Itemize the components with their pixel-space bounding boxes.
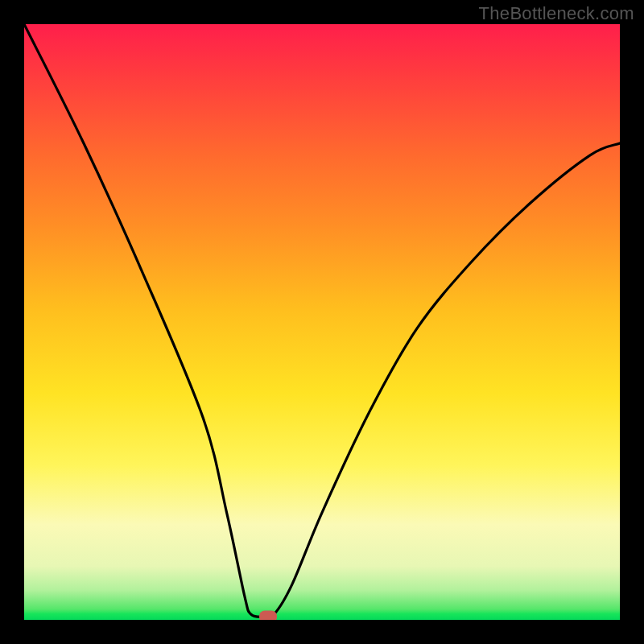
chart-frame: TheBottleneck.com xyxy=(0,0,644,644)
min-marker xyxy=(259,611,277,620)
watermark-text: TheBottleneck.com xyxy=(479,3,634,24)
curve-svg xyxy=(24,24,620,620)
bottleneck-curve-path xyxy=(24,24,620,617)
plot-area xyxy=(24,24,620,620)
